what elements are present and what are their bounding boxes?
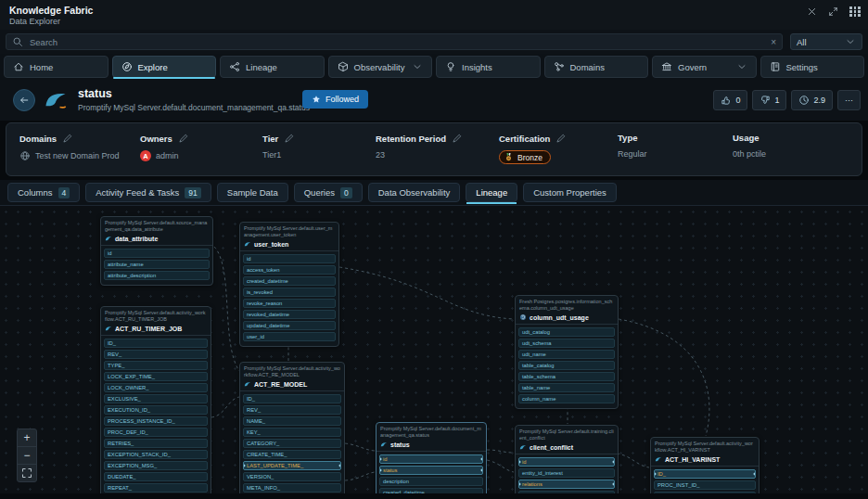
column-row-table-name[interactable]: table_name [518, 383, 615, 392]
lineage-node-act-re-model[interactable]: Promptify MySql Server.default.activity_… [239, 362, 345, 493]
column-row-revoke-reason[interactable]: revoke_reason [243, 299, 336, 308]
column-row-id[interactable]: ID_ [654, 469, 756, 479]
column-row-name[interactable]: NAME_ [243, 416, 341, 426]
column-row-category[interactable]: CATEGORY_ [243, 439, 341, 448]
column-row-proc-def-id[interactable]: PROC_DEF_ID_ [104, 428, 208, 437]
column-row-lock-owner[interactable]: LOCK_OWNER_ [104, 383, 208, 392]
edit-icon[interactable] [62, 133, 73, 144]
column-row-udt-schema[interactable]: udt_schema [518, 339, 615, 348]
nav-tab-govern[interactable]: Govern [652, 56, 757, 78]
column-row-updated-datetime[interactable]: updated_datetime [243, 321, 336, 330]
tab-columns[interactable]: Columns4 [7, 183, 80, 202]
tab-sample-data[interactable]: Sample Data [217, 183, 288, 202]
column-row-exception-stack-id[interactable]: EXCEPTION_STACK_ID_ [104, 450, 208, 459]
column-row-version[interactable]: VERSION_ [243, 472, 341, 481]
lineage-canvas[interactable]: +− Promptify MySql Server.default.source… [0, 206, 868, 493]
fit-view-icon [21, 467, 32, 479]
column-row-id[interactable]: id [243, 254, 336, 263]
column-row-retries[interactable]: RETRIES_ [104, 439, 208, 448]
nav-tab-explore[interactable]: Explore [112, 56, 217, 78]
fit-view-button[interactable] [18, 465, 36, 481]
lineage-node-client-conflict[interactable]: Promptify MySql Server.default.training.… [515, 425, 619, 493]
tab-lineage[interactable]: Lineage [466, 183, 517, 202]
column-row-id[interactable]: ID_ [243, 394, 341, 403]
column-row-relations[interactable]: relations [518, 480, 615, 489]
grid-handle-icon[interactable] [849, 6, 861, 17]
column-row-id[interactable]: ID_ [104, 339, 208, 348]
nav-tab-insights[interactable]: Insights [436, 56, 541, 78]
column-row-id[interactable]: id [379, 454, 483, 464]
nav-tab-label: Govern [678, 62, 707, 72]
column-row-execution-id[interactable]: EXECUTION_ID_ [104, 405, 208, 415]
tab-custom-properties[interactable]: Custom Properties [523, 183, 617, 202]
column-row-table-catalog[interactable]: table_catalog [518, 361, 615, 370]
meta-label: Owners [140, 134, 172, 144]
dislike-button[interactable]: 1 [752, 90, 786, 110]
column-row-exception-msg[interactable]: EXCEPTION_MSG_ [104, 461, 208, 470]
column-row-udt-name[interactable]: udt_name [518, 350, 615, 359]
column-row-created-datetime[interactable]: created_datetime [243, 276, 336, 286]
column-row-entity-id-interest[interactable]: entity_id_interest [518, 468, 615, 478]
column-row-create-time[interactable]: CREATE_TIME_ [243, 450, 341, 459]
column-row-table-schema[interactable]: table_schema [518, 372, 615, 381]
search-box[interactable]: × [6, 33, 783, 50]
clear-search-icon[interactable]: × [771, 37, 776, 47]
lineage-node-status[interactable]: Promptify MySql Server.default.document_… [376, 422, 487, 493]
like-button[interactable]: 0 [713, 90, 747, 110]
column-row-last-update-time[interactable]: LAST_UPDATE_TIME_ [243, 461, 341, 470]
edit-icon[interactable] [284, 133, 295, 144]
column-row-rev[interactable]: REV_ [243, 405, 341, 415]
column-row-rev[interactable]: REV_ [104, 350, 208, 359]
column-row-udt-catalog[interactable]: udt_catalog [518, 327, 615, 337]
lineage-node-act-hi-varinst[interactable]: Promptify MySql Server.default.activity_… [650, 437, 760, 493]
column-row-proc-inst-id[interactable]: PROC_INST_ID_ [654, 480, 756, 490]
version-button[interactable]: 2.9 [791, 90, 833, 110]
column-row-description[interactable]: description [379, 477, 483, 486]
column-row-type[interactable]: TYPE_ [104, 361, 208, 370]
zoom-in-button[interactable]: + [18, 429, 36, 447]
column-row-id[interactable]: id [104, 249, 210, 258]
lineage-node-user-token[interactable]: Promptify MySql Server.default.user_mana… [239, 222, 339, 347]
column-row-status[interactable]: status [379, 466, 483, 475]
tab-queries[interactable]: Queries0 [294, 183, 363, 202]
column-row-revoked-datetime[interactable]: revoked_datetime [243, 310, 336, 319]
column-row-key[interactable]: KEY_ [243, 428, 341, 437]
column-row-attribute-name[interactable]: attribute_name [104, 260, 210, 269]
column-row-repeat[interactable]: REPEAT_ [104, 483, 208, 493]
search-input[interactable] [28, 36, 771, 48]
breadcrumb[interactable]: Promptify MySql Server.default.document_… [78, 103, 310, 112]
nav-tab-lineage[interactable]: Lineage [220, 56, 325, 78]
edit-icon[interactable] [452, 133, 463, 144]
followed-button[interactable]: Followed [302, 90, 368, 109]
edit-icon[interactable] [178, 133, 189, 144]
nav-tab-home[interactable]: Home [4, 56, 108, 78]
column-row-duedate[interactable]: DUEDATE_ [104, 472, 208, 481]
expand-icon[interactable] [828, 6, 838, 17]
tab-data-observability[interactable]: Data Observability [368, 183, 461, 202]
column-row-user-id[interactable]: user_id [243, 332, 336, 341]
zoom-out-button[interactable]: − [18, 447, 36, 465]
column-row-meta-info[interactable]: META_INFO_ [243, 483, 341, 493]
close-icon[interactable] [807, 6, 817, 17]
tab-activity-feed-tasks[interactable]: Activity Feed & Tasks91 [85, 183, 211, 202]
edit-icon[interactable] [555, 133, 567, 144]
column-row-id[interactable]: id [518, 457, 615, 467]
column-row-column-name[interactable]: column_name [518, 394, 615, 403]
nav-tab-domains[interactable]: Domains [544, 56, 649, 78]
column-row-is-revoked[interactable]: is_revoked [243, 288, 336, 297]
column-row-process-instance-id[interactable]: PROCESS_INSTANCE_ID_ [104, 416, 208, 426]
column-row-attribute-description[interactable]: attribute_description [104, 271, 210, 280]
mysql-logo-icon [43, 87, 69, 111]
column-row-exclusive[interactable]: EXCLUSIVE_ [104, 394, 208, 403]
column-row-lock-exp-time[interactable]: LOCK_EXP_TIME_ [104, 372, 208, 381]
nav-tab-settings[interactable]: Settings [760, 56, 865, 78]
search-scope-select[interactable]: All [790, 33, 862, 50]
more-actions-button[interactable]: ··· [837, 90, 861, 110]
lineage-node-data-attribute[interactable]: Promptify MySql Server.default.source_ma… [100, 216, 213, 286]
lineage-node-column-udt-usage[interactable]: Fresh Postgres.postgres.information_sche… [515, 295, 619, 409]
back-button[interactable] [13, 89, 35, 111]
lineage-node-act-ru-timer-job[interactable]: Promptify MySql Server.default.activity_… [100, 306, 211, 493]
certification-badge[interactable]: Bronze [499, 150, 551, 164]
column-row-access-token[interactable]: access_token [243, 265, 336, 275]
nav-tab-observability[interactable]: Observability [328, 56, 433, 78]
